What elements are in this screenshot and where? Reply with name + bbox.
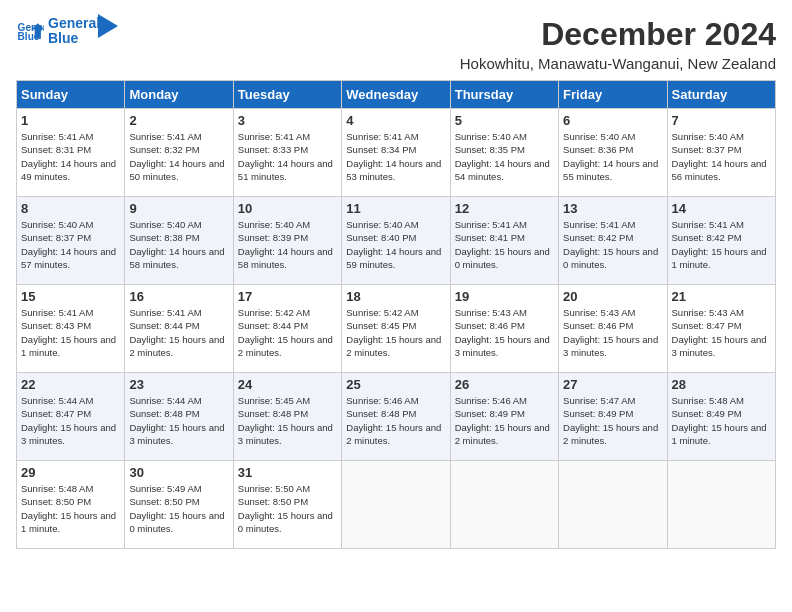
calendar-day-cell: 13Sunrise: 5:41 AMSunset: 8:42 PMDayligh… <box>559 197 667 285</box>
calendar-day-cell: 17Sunrise: 5:42 AMSunset: 8:44 PMDayligh… <box>233 285 341 373</box>
weekday-header: Monday <box>125 81 233 109</box>
day-number: 1 <box>21 113 120 128</box>
day-info: Sunrise: 5:43 AMSunset: 8:46 PMDaylight:… <box>563 306 662 359</box>
calendar-day-cell <box>342 461 450 549</box>
calendar-table: SundayMondayTuesdayWednesdayThursdayFrid… <box>16 80 776 549</box>
day-info: Sunrise: 5:46 AMSunset: 8:48 PMDaylight:… <box>346 394 445 447</box>
day-number: 30 <box>129 465 228 480</box>
calendar-day-cell <box>667 461 775 549</box>
calendar-day-cell: 16Sunrise: 5:41 AMSunset: 8:44 PMDayligh… <box>125 285 233 373</box>
day-info: Sunrise: 5:41 AMSunset: 8:43 PMDaylight:… <box>21 306 120 359</box>
calendar-day-cell: 7Sunrise: 5:40 AMSunset: 8:37 PMDaylight… <box>667 109 775 197</box>
calendar-day-cell: 29Sunrise: 5:48 AMSunset: 8:50 PMDayligh… <box>17 461 125 549</box>
calendar-day-cell: 11Sunrise: 5:40 AMSunset: 8:40 PMDayligh… <box>342 197 450 285</box>
day-number: 3 <box>238 113 337 128</box>
calendar-day-cell: 12Sunrise: 5:41 AMSunset: 8:41 PMDayligh… <box>450 197 558 285</box>
day-info: Sunrise: 5:42 AMSunset: 8:45 PMDaylight:… <box>346 306 445 359</box>
calendar-day-cell: 28Sunrise: 5:48 AMSunset: 8:49 PMDayligh… <box>667 373 775 461</box>
day-number: 28 <box>672 377 771 392</box>
day-info: Sunrise: 5:41 AMSunset: 8:41 PMDaylight:… <box>455 218 554 271</box>
day-number: 19 <box>455 289 554 304</box>
day-number: 8 <box>21 201 120 216</box>
day-number: 12 <box>455 201 554 216</box>
calendar-day-cell: 9Sunrise: 5:40 AMSunset: 8:38 PMDaylight… <box>125 197 233 285</box>
day-number: 20 <box>563 289 662 304</box>
location-title: Hokowhitu, Manawatu-Wanganui, New Zealan… <box>460 55 776 72</box>
day-info: Sunrise: 5:41 AMSunset: 8:44 PMDaylight:… <box>129 306 228 359</box>
day-number: 21 <box>672 289 771 304</box>
day-number: 17 <box>238 289 337 304</box>
day-number: 10 <box>238 201 337 216</box>
day-number: 22 <box>21 377 120 392</box>
day-number: 27 <box>563 377 662 392</box>
day-info: Sunrise: 5:40 AMSunset: 8:40 PMDaylight:… <box>346 218 445 271</box>
day-info: Sunrise: 5:40 AMSunset: 8:39 PMDaylight:… <box>238 218 337 271</box>
day-info: Sunrise: 5:42 AMSunset: 8:44 PMDaylight:… <box>238 306 337 359</box>
day-number: 6 <box>563 113 662 128</box>
calendar-week-row: 8Sunrise: 5:40 AMSunset: 8:37 PMDaylight… <box>17 197 776 285</box>
logo-icon: General Blue <box>16 17 44 45</box>
day-info: Sunrise: 5:44 AMSunset: 8:47 PMDaylight:… <box>21 394 120 447</box>
calendar-day-cell: 21Sunrise: 5:43 AMSunset: 8:47 PMDayligh… <box>667 285 775 373</box>
svg-marker-3 <box>98 14 118 38</box>
day-info: Sunrise: 5:47 AMSunset: 8:49 PMDaylight:… <box>563 394 662 447</box>
day-number: 26 <box>455 377 554 392</box>
weekday-header: Friday <box>559 81 667 109</box>
calendar-day-cell <box>450 461 558 549</box>
calendar-week-row: 22Sunrise: 5:44 AMSunset: 8:47 PMDayligh… <box>17 373 776 461</box>
day-info: Sunrise: 5:40 AMSunset: 8:37 PMDaylight:… <box>21 218 120 271</box>
day-info: Sunrise: 5:44 AMSunset: 8:48 PMDaylight:… <box>129 394 228 447</box>
calendar-day-cell: 25Sunrise: 5:46 AMSunset: 8:48 PMDayligh… <box>342 373 450 461</box>
calendar-day-cell: 20Sunrise: 5:43 AMSunset: 8:46 PMDayligh… <box>559 285 667 373</box>
day-number: 7 <box>672 113 771 128</box>
page-header: General Blue General Blue December 2024 … <box>16 16 776 72</box>
calendar-week-row: 29Sunrise: 5:48 AMSunset: 8:50 PMDayligh… <box>17 461 776 549</box>
day-info: Sunrise: 5:48 AMSunset: 8:50 PMDaylight:… <box>21 482 120 535</box>
calendar-week-row: 1Sunrise: 5:41 AMSunset: 8:31 PMDaylight… <box>17 109 776 197</box>
day-number: 23 <box>129 377 228 392</box>
weekday-header: Thursday <box>450 81 558 109</box>
day-info: Sunrise: 5:41 AMSunset: 8:34 PMDaylight:… <box>346 130 445 183</box>
day-number: 25 <box>346 377 445 392</box>
weekday-header: Sunday <box>17 81 125 109</box>
calendar-day-cell: 18Sunrise: 5:42 AMSunset: 8:45 PMDayligh… <box>342 285 450 373</box>
day-info: Sunrise: 5:41 AMSunset: 8:32 PMDaylight:… <box>129 130 228 183</box>
day-number: 14 <box>672 201 771 216</box>
calendar-day-cell: 10Sunrise: 5:40 AMSunset: 8:39 PMDayligh… <box>233 197 341 285</box>
day-info: Sunrise: 5:43 AMSunset: 8:46 PMDaylight:… <box>455 306 554 359</box>
calendar-day-cell: 6Sunrise: 5:40 AMSunset: 8:36 PMDaylight… <box>559 109 667 197</box>
calendar-header-row: SundayMondayTuesdayWednesdayThursdayFrid… <box>17 81 776 109</box>
weekday-header: Saturday <box>667 81 775 109</box>
day-number: 11 <box>346 201 445 216</box>
day-info: Sunrise: 5:40 AMSunset: 8:37 PMDaylight:… <box>672 130 771 183</box>
day-number: 5 <box>455 113 554 128</box>
calendar-day-cell: 24Sunrise: 5:45 AMSunset: 8:48 PMDayligh… <box>233 373 341 461</box>
day-info: Sunrise: 5:43 AMSunset: 8:47 PMDaylight:… <box>672 306 771 359</box>
calendar-day-cell: 4Sunrise: 5:41 AMSunset: 8:34 PMDaylight… <box>342 109 450 197</box>
day-info: Sunrise: 5:40 AMSunset: 8:35 PMDaylight:… <box>455 130 554 183</box>
day-info: Sunrise: 5:41 AMSunset: 8:31 PMDaylight:… <box>21 130 120 183</box>
day-info: Sunrise: 5:50 AMSunset: 8:50 PMDaylight:… <box>238 482 337 535</box>
calendar-day-cell: 26Sunrise: 5:46 AMSunset: 8:49 PMDayligh… <box>450 373 558 461</box>
day-info: Sunrise: 5:49 AMSunset: 8:50 PMDaylight:… <box>129 482 228 535</box>
day-info: Sunrise: 5:45 AMSunset: 8:48 PMDaylight:… <box>238 394 337 447</box>
calendar-day-cell: 2Sunrise: 5:41 AMSunset: 8:32 PMDaylight… <box>125 109 233 197</box>
logo: General Blue General Blue <box>16 16 118 47</box>
weekday-header: Wednesday <box>342 81 450 109</box>
day-info: Sunrise: 5:41 AMSunset: 8:33 PMDaylight:… <box>238 130 337 183</box>
calendar-day-cell: 1Sunrise: 5:41 AMSunset: 8:31 PMDaylight… <box>17 109 125 197</box>
calendar-day-cell: 31Sunrise: 5:50 AMSunset: 8:50 PMDayligh… <box>233 461 341 549</box>
day-number: 24 <box>238 377 337 392</box>
logo-blue: Blue <box>48 31 100 46</box>
month-title: December 2024 <box>460 16 776 53</box>
weekday-header: Tuesday <box>233 81 341 109</box>
calendar-day-cell: 30Sunrise: 5:49 AMSunset: 8:50 PMDayligh… <box>125 461 233 549</box>
day-info: Sunrise: 5:41 AMSunset: 8:42 PMDaylight:… <box>563 218 662 271</box>
day-info: Sunrise: 5:46 AMSunset: 8:49 PMDaylight:… <box>455 394 554 447</box>
day-number: 18 <box>346 289 445 304</box>
day-number: 16 <box>129 289 228 304</box>
calendar-day-cell: 27Sunrise: 5:47 AMSunset: 8:49 PMDayligh… <box>559 373 667 461</box>
day-info: Sunrise: 5:40 AMSunset: 8:36 PMDaylight:… <box>563 130 662 183</box>
calendar-day-cell: 23Sunrise: 5:44 AMSunset: 8:48 PMDayligh… <box>125 373 233 461</box>
logo-arrow-icon <box>98 14 118 38</box>
